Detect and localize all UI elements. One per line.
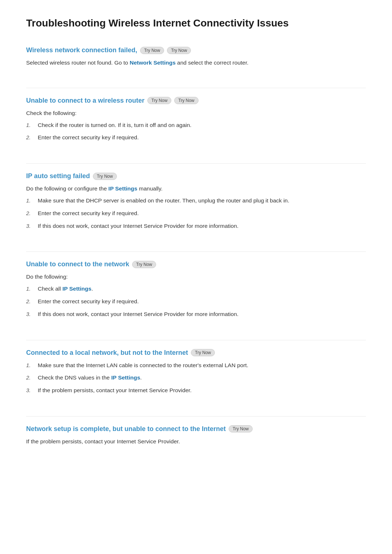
- list-item: 2. Enter the correct security key if req…: [26, 209, 366, 218]
- section-title-setup-complete: Network setup is complete, but unable to…: [26, 425, 366, 433]
- local-not-internet-list: 1. Make sure that the Internet LAN cable…: [26, 361, 366, 395]
- divider-2: [26, 163, 366, 164]
- section-setup-complete: Network setup is complete, but unable to…: [26, 425, 366, 454]
- section-body-wireless-failed: Selected wireless router not found. Go t…: [26, 58, 366, 67]
- section-body-unable-network: Do the following: 1. Check all IP Settin…: [26, 272, 366, 319]
- list-item: 1. Make sure that the DHCP server is ena…: [26, 196, 366, 205]
- list-item: 1. Check all IP Settings.: [26, 284, 366, 294]
- try-now-btn-setup-complete-1[interactable]: Try Now: [229, 425, 253, 432]
- section-heading-wireless-failed: Wireless network connection failed,: [26, 46, 137, 54]
- section-body-local-not-internet: 1. Make sure that the Internet LAN cable…: [26, 361, 366, 395]
- section-body-unable-wireless-router: Check the following: 1. Check if the rou…: [26, 109, 366, 142]
- try-now-btn-unable-network-1[interactable]: Try Now: [132, 261, 156, 268]
- section-body-setup-complete: If the problem persists, contact your In…: [26, 437, 366, 446]
- section-local-not-internet: Connected to a local network, but not to…: [26, 349, 366, 403]
- section-title-local-not-internet: Connected to a local network, but not to…: [26, 349, 366, 357]
- section-heading-unable-wireless-router: Unable to connect to a wireless router: [26, 97, 144, 104]
- list-item: 2. Check the DNS values in the IP Settin…: [26, 373, 366, 382]
- ip-settings-link-2[interactable]: IP Settings: [62, 286, 91, 292]
- try-now-btn-unable-router-1[interactable]: Try Now: [147, 97, 171, 104]
- list-item: 3. If the problem persists, contact your…: [26, 386, 366, 395]
- section-heading-setup-complete: Network setup is complete, but unable to…: [26, 425, 226, 433]
- try-now-btn-local-not-internet-1[interactable]: Try Now: [191, 349, 215, 356]
- unable-network-list: 1. Check all IP Settings. 2. Enter the c…: [26, 284, 366, 319]
- list-item: 2. Enter the correct security key if req…: [26, 133, 366, 142]
- list-item: 1. Check if the router is turned on. If …: [26, 121, 366, 130]
- unable-router-intro: Check the following:: [26, 109, 366, 118]
- section-heading-ip-auto-failed: IP auto setting failed: [26, 172, 90, 180]
- ip-settings-link-1[interactable]: IP Settings: [109, 185, 138, 192]
- list-item: 3. If this does not work, contact your I…: [26, 310, 366, 319]
- list-item: 1. Make sure that the Internet LAN cable…: [26, 361, 366, 370]
- unable-network-intro: Do the following:: [26, 272, 366, 282]
- setup-complete-text: If the problem persists, contact your In…: [26, 437, 366, 446]
- wireless-failed-text: Selected wireless router not found. Go t…: [26, 58, 366, 67]
- section-title-unable-network: Unable to connect to the network Try Now: [26, 260, 366, 268]
- divider-5: [26, 416, 366, 416]
- section-body-ip-auto-failed: Do the following or configure the IP Set…: [26, 184, 366, 230]
- network-settings-link[interactable]: Network Settings: [130, 59, 176, 66]
- list-item: 2. Enter the correct security key if req…: [26, 297, 366, 306]
- ip-settings-link-3[interactable]: IP Settings: [111, 374, 140, 381]
- section-wireless-failed: Wireless network connection failed, Try …: [26, 46, 366, 75]
- list-item: 3. If this does not work, contact your I…: [26, 222, 366, 231]
- try-now-btn-wireless-failed-1[interactable]: Try Now: [140, 47, 164, 54]
- section-heading-unable-network: Unable to connect to the network: [26, 260, 129, 268]
- section-unable-wireless-router: Unable to connect to a wireless router T…: [26, 97, 366, 150]
- section-title-unable-wireless-router: Unable to connect to a wireless router T…: [26, 97, 366, 104]
- divider-1: [26, 88, 366, 88]
- section-ip-auto-failed: IP auto setting failed Try Now Do the fo…: [26, 172, 366, 238]
- try-now-btn-ip-auto-1[interactable]: Try Now: [93, 173, 117, 180]
- ip-auto-list: 1. Make sure that the DHCP server is ena…: [26, 196, 366, 230]
- try-now-btn-unable-router-2[interactable]: Try Now: [174, 97, 198, 104]
- try-now-btn-wireless-failed-2[interactable]: Try Now: [167, 47, 191, 54]
- section-unable-network: Unable to connect to the network Try Now…: [26, 260, 366, 327]
- divider-3: [26, 251, 366, 252]
- ip-auto-intro: Do the following or configure the IP Set…: [26, 184, 366, 193]
- section-title-ip-auto-failed: IP auto setting failed Try Now: [26, 172, 366, 180]
- divider-4: [26, 340, 366, 340]
- page-title: Troubleshooting Wireless Internet Connec…: [26, 17, 366, 33]
- section-title-wireless-failed: Wireless network connection failed, Try …: [26, 46, 366, 54]
- section-heading-local-not-internet: Connected to a local network, but not to…: [26, 349, 188, 357]
- unable-router-list: 1. Check if the router is turned on. If …: [26, 121, 366, 143]
